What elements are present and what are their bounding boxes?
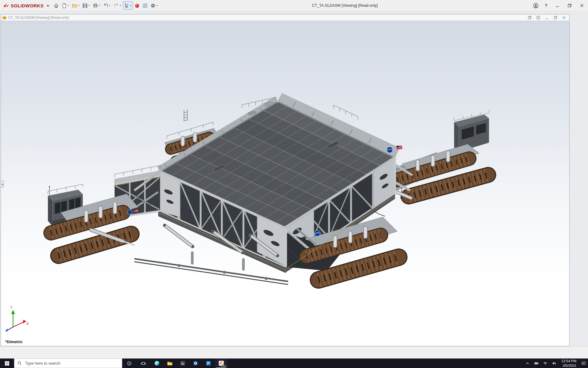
system-tray: 12:54 PM 3/5/2021 — [523, 358, 588, 368]
app-titlebar: SOLIDWORKS ▶ ▼ ▼ — [0, 0, 588, 11]
tray-volume[interactable] — [550, 358, 559, 368]
search-input[interactable] — [24, 361, 119, 366]
help-button[interactable]: ? — [541, 0, 551, 11]
taskbar: 2021 — [0, 358, 588, 368]
redo-icon — [114, 3, 119, 8]
assembly-document-icon — [2, 15, 6, 20]
help-icon: ? — [545, 3, 548, 8]
file-explorer-icon — [167, 360, 173, 366]
status-bar — [0, 346, 588, 359]
doc-close-button[interactable] — [562, 16, 566, 19]
graphics-viewport[interactable]: X Y ◀ *Dimetric — [1, 21, 569, 346]
dropdown-caret[interactable]: ▼ — [130, 5, 132, 6]
app-window-title: CT_TA.SLDASM [Viewing] [Read-only] — [159, 3, 530, 8]
start-button[interactable] — [0, 358, 14, 368]
action-center-button[interactable] — [579, 358, 588, 368]
view-orientation-label: *Dimetric — [5, 339, 23, 344]
battery-icon — [534, 361, 539, 366]
restore-button[interactable] — [564, 0, 576, 11]
save-button[interactable]: ▼ — [81, 1, 91, 10]
taskbar-clock[interactable]: 12:54 PM 3/5/2021 — [559, 358, 579, 368]
clock-time: 12:54 PM — [561, 359, 576, 363]
document-titlebar[interactable]: CT_TA.SLDASM [Viewing] [Read-only] — [1, 14, 569, 21]
triad-y-label: Y — [10, 305, 13, 310]
doc-minimize-button[interactable] — [545, 16, 548, 19]
cortana-button[interactable] — [122, 358, 136, 368]
task-view-button[interactable] — [136, 358, 150, 368]
redo-button[interactable]: ▼ — [112, 1, 123, 10]
doc-cascade-button[interactable] — [528, 16, 531, 19]
red-sphere-icon — [134, 3, 140, 8]
chevron-up-icon — [525, 361, 530, 366]
properties-button[interactable] — [141, 1, 149, 10]
tray-battery[interactable] — [532, 358, 541, 368]
dropdown-caret[interactable]: ▼ — [109, 5, 111, 6]
photos-app-icon — [180, 360, 186, 366]
save-icon — [82, 3, 88, 8]
taskbar-app-file-explorer[interactable] — [163, 358, 176, 368]
undo-button[interactable]: ▼ — [102, 1, 112, 10]
dropdown-caret[interactable]: ▼ — [99, 5, 100, 6]
person-icon — [533, 3, 539, 9]
windows-logo-icon — [5, 361, 9, 366]
home-button[interactable] — [52, 1, 60, 10]
restore-icon — [568, 4, 571, 7]
dropdown-caret[interactable]: ▼ — [156, 5, 158, 6]
tile-icon — [537, 16, 540, 19]
taskbar-app-2[interactable] — [189, 358, 202, 368]
undo-icon — [103, 3, 108, 8]
table-icon — [142, 3, 148, 8]
tray-expand-button[interactable] — [523, 358, 532, 368]
solidworks-year-badge: 2021 — [221, 365, 227, 367]
new-document-icon — [62, 3, 67, 8]
minimize-button[interactable] — [551, 0, 564, 11]
menu-flyout-arrow[interactable]: ▶ — [45, 4, 51, 7]
search-icon — [17, 361, 22, 366]
edge-browser-icon — [154, 360, 160, 366]
print-button[interactable]: ▼ — [92, 1, 102, 10]
brand-text: SOLIDWORKS — [11, 3, 43, 8]
taskbar-app-1[interactable] — [176, 358, 189, 368]
dropdown-caret[interactable]: ▼ — [119, 5, 121, 6]
wifi-icon — [543, 361, 548, 366]
orientation-triad: X Y — [6, 305, 29, 332]
model-crawler-transporter[interactable] — [48, 93, 489, 284]
cascade-icon — [528, 16, 531, 19]
dropdown-caret[interactable]: ▼ — [88, 5, 90, 6]
taskbar-app-solidworks[interactable]: 2021 — [215, 358, 228, 368]
document-window-controls — [528, 16, 568, 19]
taskbar-app-3[interactable] — [202, 358, 215, 368]
triad-x-label: X — [26, 322, 29, 326]
gear-icon — [150, 3, 156, 8]
lens-app-icon — [193, 360, 198, 366]
home-icon — [54, 3, 59, 8]
speaker-icon — [552, 361, 556, 366]
select-tool-button[interactable]: ▼ — [123, 1, 133, 10]
new-document-button[interactable]: ▼ — [60, 1, 70, 10]
3dexperience-button[interactable] — [133, 1, 141, 10]
taskbar-app-edge[interactable] — [150, 358, 163, 368]
model-render: X Y — [1, 21, 569, 346]
document-title: CT_TA.SLDASM [Viewing] [Read-only] — [8, 16, 69, 19]
minimize-icon — [556, 4, 559, 7]
doc-restore-button[interactable] — [554, 16, 557, 19]
user-account-button[interactable] — [530, 0, 541, 11]
open-button[interactable]: ▼ — [71, 1, 81, 10]
dropdown-caret[interactable]: ▼ — [67, 5, 69, 6]
titlebar-right-controls: ? — [530, 0, 588, 11]
tray-network[interactable] — [541, 358, 550, 368]
featuremanager-splitter[interactable]: ◀ — [1, 181, 4, 187]
dropdown-caret[interactable]: ▼ — [78, 5, 80, 6]
cortana-icon — [127, 361, 132, 366]
document-app-icon — [205, 360, 211, 366]
close-icon — [562, 16, 566, 19]
taskbar-search[interactable] — [14, 358, 122, 368]
select-cursor-icon — [124, 3, 129, 8]
doc-tile-button[interactable] — [537, 16, 540, 19]
print-icon — [93, 3, 98, 8]
splitter-arrow-icon: ◀ — [2, 183, 3, 185]
close-button[interactable] — [576, 0, 588, 11]
restore-icon — [554, 16, 557, 19]
options-button[interactable]: ▼ — [149, 1, 159, 10]
close-icon — [580, 4, 584, 7]
